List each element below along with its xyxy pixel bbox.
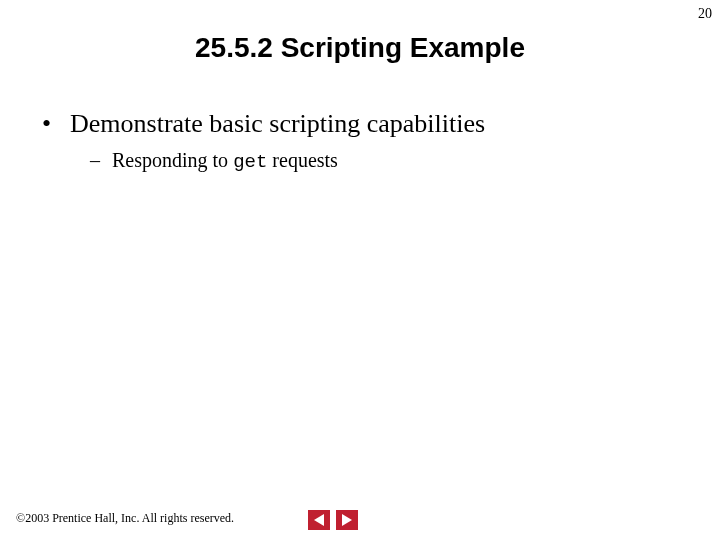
copyright-symbol: © xyxy=(16,511,25,526)
prev-slide-button[interactable] xyxy=(308,510,330,530)
bullet-level-1: • Demonstrate basic scripting capabiliti… xyxy=(40,108,680,141)
bullet-level-1-text: Demonstrate basic scripting capabilities xyxy=(70,108,485,141)
slide: 20 25.5.2 Scripting Example • Demonstrat… xyxy=(0,0,720,540)
page-number: 20 xyxy=(698,6,712,22)
bullet-dash-icon: – xyxy=(90,147,112,173)
bullet-dot-icon: • xyxy=(40,108,70,141)
bullet-l2-post: requests xyxy=(267,149,338,171)
footer-copyright: © 2003 Prentice Hall, Inc. All rights re… xyxy=(16,511,234,526)
bullet-level-2: – Responding to get requests xyxy=(90,147,680,175)
bullet-l2-pre: Responding to xyxy=(112,149,233,171)
arrow-right-icon xyxy=(342,514,352,526)
bullet-level-2-text: Responding to get requests xyxy=(112,147,338,175)
arrow-left-icon xyxy=(314,514,324,526)
slide-nav xyxy=(308,510,358,530)
copyright-text: 2003 Prentice Hall, Inc. All rights rese… xyxy=(25,511,234,526)
next-slide-button[interactable] xyxy=(336,510,358,530)
slide-title: 25.5.2 Scripting Example xyxy=(0,32,720,64)
slide-body: • Demonstrate basic scripting capabiliti… xyxy=(40,108,680,174)
bullet-l2-code: get xyxy=(233,151,267,173)
